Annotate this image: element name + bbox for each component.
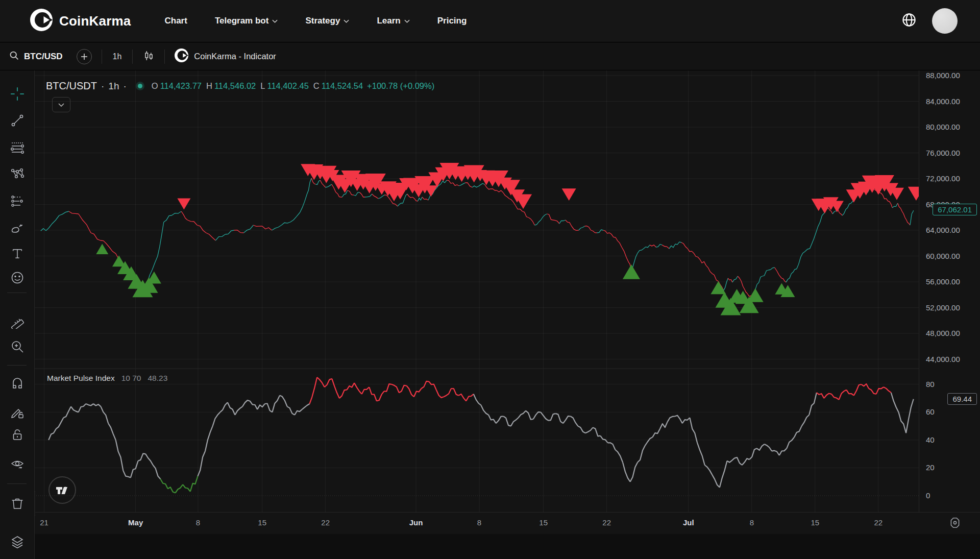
coinkarma-indicator-logo-icon	[175, 48, 188, 64]
price-tick-label: 64,000.00	[926, 226, 960, 234]
mpi-line-segment	[399, 385, 407, 393]
time-tick-label: May	[128, 518, 143, 527]
tool-zoom-in[interactable]	[7, 338, 28, 355]
sell-signal-marker	[424, 185, 437, 197]
price-line-segment	[712, 274, 718, 281]
price-line-segment	[662, 245, 669, 249]
price-line-segment	[638, 249, 644, 253]
mpi-line-segment	[854, 384, 862, 396]
mpi-line-segment	[630, 463, 638, 482]
compare-add-button[interactable]	[77, 49, 92, 64]
mpi-title: Market Pulse Index	[47, 374, 115, 383]
price-line-segment	[547, 214, 553, 220]
mpi-line-segment	[332, 379, 339, 398]
buy-signal-marker	[710, 281, 726, 295]
nav-item-pricing[interactable]: Pricing	[437, 16, 467, 26]
nav-item-label: Chart	[165, 16, 187, 26]
time-axis-settings-icon[interactable]	[948, 516, 962, 531]
price-line-segment	[412, 197, 418, 201]
mpi-line-segment	[839, 390, 847, 400]
price-line-segment	[497, 190, 503, 192]
tool-fib-retracement[interactable]	[7, 139, 28, 156]
price-tick-label: 88,000.00	[926, 71, 960, 80]
mpi-line-segment	[213, 412, 220, 426]
tool-ruler[interactable]	[7, 313, 28, 330]
price-line-segment	[706, 265, 712, 274]
nav-item-learn[interactable]: Learn	[377, 16, 409, 26]
remove-drawings-icon	[10, 496, 24, 511]
toolbar-divider	[7, 483, 27, 484]
time-tick-label: 8	[477, 518, 481, 527]
price-line-segment	[559, 220, 566, 224]
mpi-line-segment	[280, 396, 287, 407]
chart-canvas[interactable]	[0, 70, 980, 534]
tool-remove-drawings[interactable]	[7, 495, 28, 512]
coinkarma-logo-icon	[30, 9, 53, 33]
indicator-button[interactable]: CoinKarma - Indicator	[175, 48, 276, 64]
time-axis[interactable]: 21May81522Jun81522Jul81522	[34, 512, 980, 534]
price-line-segment	[372, 194, 378, 199]
price-line-segment	[290, 212, 300, 222]
price-line-segment	[181, 211, 187, 220]
tool-trend-line[interactable]	[7, 112, 28, 129]
ruler-icon	[10, 314, 24, 329]
indicator-status-dot[interactable]	[138, 84, 142, 88]
tool-crosshair[interactable]	[7, 85, 28, 103]
mpi-line-segment	[705, 465, 713, 475]
change-value: +100.78 (+0.09%)	[367, 81, 434, 91]
nav-item-chart[interactable]: Chart	[165, 16, 187, 26]
interval-button[interactable]: 1h	[112, 52, 123, 61]
nav-item-label: Strategy	[305, 16, 340, 26]
tool-text[interactable]	[7, 245, 28, 262]
search-icon[interactable]	[9, 50, 19, 63]
mpi-line-segment	[228, 402, 235, 415]
mpi-line-segment	[757, 444, 765, 450]
price-line-segment	[360, 192, 365, 197]
user-avatar[interactable]	[932, 8, 958, 34]
mpi-line-segment	[414, 388, 422, 397]
tool-draw-lock[interactable]	[7, 404, 28, 421]
tool-hide-drawings[interactable]	[7, 456, 28, 473]
legend-collapse-button[interactable]	[52, 97, 70, 112]
time-tick-label: 22	[602, 518, 611, 527]
symbol-search[interactable]: BTC/USD	[24, 52, 63, 62]
mpi-line-segment	[436, 390, 444, 398]
tradingview-logo-icon[interactable]	[48, 476, 76, 504]
tool-brush[interactable]	[7, 219, 28, 236]
mpi-line-segment	[831, 394, 839, 400]
mpi-line-segment	[668, 417, 675, 422]
tool-emoji[interactable]	[7, 269, 28, 286]
price-line-segment	[503, 192, 509, 199]
globe-icon[interactable]	[901, 12, 917, 30]
draw-lock-icon	[10, 405, 24, 420]
nav-item-label: Telegram bot	[215, 16, 268, 26]
price-line-segment	[158, 222, 164, 256]
price-line-segment	[791, 269, 796, 274]
price-line-segment	[307, 178, 312, 194]
nav-item-strategy[interactable]: Strategy	[305, 16, 349, 26]
emoji-icon	[10, 271, 24, 285]
price-line-segment	[566, 220, 572, 226]
chart-style-icon[interactable]	[142, 50, 155, 64]
xabcd-pattern-icon	[10, 166, 24, 181]
nav-item-telegram-bot[interactable]: Telegram bot	[215, 16, 278, 26]
price-axis[interactable]: 88,000.0084,000.0080,000.0076,000.0072,0…	[919, 70, 980, 512]
tool-object-tree[interactable]	[7, 533, 28, 551]
tool-lock-all[interactable]	[7, 426, 28, 444]
tool-magnet[interactable]	[7, 376, 28, 393]
mpi-line-segment	[638, 446, 645, 463]
mpi-line-segment	[481, 405, 488, 415]
price-line-segment	[320, 180, 325, 187]
mpi-line-segment	[585, 427, 593, 433]
chart-area[interactable]: BTC/USDT · 1h · O114,423.77 H114,546.02 …	[0, 70, 980, 534]
tool-xabcd-pattern[interactable]	[7, 165, 28, 182]
mpi-line-segment	[734, 457, 742, 465]
tool-forecast[interactable]	[7, 192, 28, 210]
price-line-segment	[632, 253, 638, 269]
time-tick-label: 8	[750, 518, 754, 527]
brand[interactable]: CoinKarma	[30, 9, 131, 33]
price-line-segment	[378, 195, 384, 199]
mpi-line-segment	[242, 400, 250, 406]
mpi-line-segment	[131, 461, 138, 478]
brush-icon	[10, 221, 24, 235]
